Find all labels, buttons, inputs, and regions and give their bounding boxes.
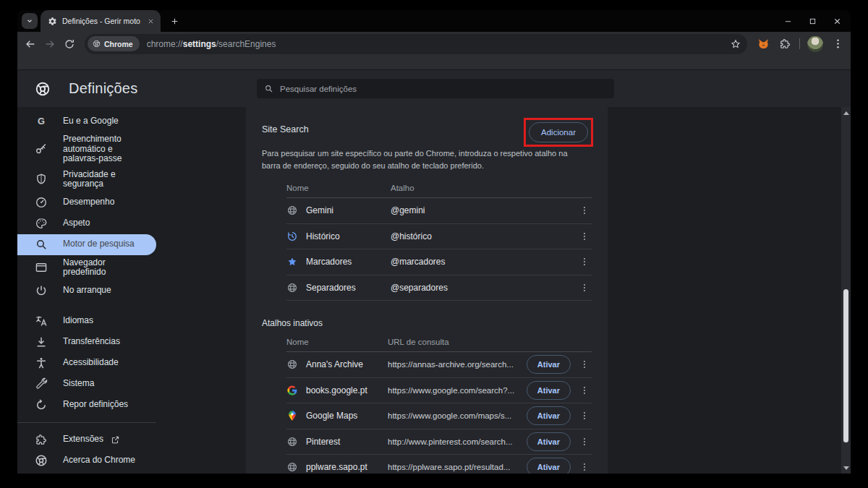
engine-shortcut: @gemini — [391, 205, 577, 215]
sidebar-item-navegador-predefinido[interactable]: Navegador predefinido — [17, 255, 156, 281]
kebab-icon — [579, 462, 590, 472]
engine-name: Anna's Archive — [306, 359, 363, 369]
settings-sidebar: GEu e a GooglePreenchimento automático e… — [17, 107, 246, 474]
bookmark-star-icon[interactable] — [730, 38, 741, 50]
speedometer-icon — [35, 196, 48, 209]
row-menu-button[interactable] — [577, 202, 592, 219]
site-search-table: NomeAtalhoGemini@geminiHistórico@históri… — [286, 180, 592, 301]
sidebar-item-repor-definicoes[interactable]: Repor definições — [17, 395, 156, 416]
plus-icon — [170, 17, 179, 26]
back-button[interactable] — [20, 34, 40, 53]
kebab-icon — [579, 231, 590, 241]
inactive-shortcuts-table: NomeURL de consultaAnna's Archivehttps:/… — [286, 334, 592, 474]
close-icon — [833, 17, 841, 25]
section-heading: Site Search — [262, 120, 309, 134]
extensions-button[interactable] — [778, 37, 792, 51]
minimize-button[interactable] — [780, 13, 796, 29]
sidebar-item-acessibilidade[interactable]: Acessibilidade — [17, 353, 156, 374]
browser-window: Definições - Gerir motores de p Chrome — [17, 10, 851, 474]
scroll-down-arrow[interactable] — [841, 463, 851, 472]
metamask-extension-button[interactable] — [756, 37, 770, 51]
sidebar-item-idiomas[interactable]: Idiomas — [17, 311, 156, 332]
reset-icon — [35, 398, 48, 411]
scrollbar-thumb[interactable] — [843, 289, 848, 442]
sidebar-item-label: Sistema — [63, 379, 94, 389]
activate-button[interactable]: Ativar — [527, 458, 571, 474]
back-icon — [25, 38, 36, 50]
accessibility-icon — [35, 356, 48, 369]
address-bar[interactable]: Chrome chrome://settings/searchEngines — [85, 34, 747, 54]
engine-shortcut: @histórico — [391, 231, 577, 241]
activate-button[interactable]: Ativar — [527, 406, 571, 425]
menu-kebab-icon — [832, 38, 844, 50]
row-menu-button[interactable] — [577, 253, 592, 270]
toolbar-separator — [799, 38, 800, 49]
forward-button[interactable] — [40, 34, 59, 53]
activate-button[interactable]: Ativar — [527, 381, 571, 400]
column-header-url: URL de consulta — [388, 338, 577, 346]
table-row: books.google.pthttps://www.google.com/se… — [286, 378, 592, 404]
page-scrollbar[interactable] — [841, 107, 851, 474]
sidebar-item-no-arranque[interactable]: No arranque — [17, 281, 156, 301]
chrome-icon — [35, 454, 48, 467]
tab-search-button[interactable] — [22, 13, 38, 29]
row-menu-button[interactable] — [577, 407, 592, 424]
search-icon — [264, 84, 273, 93]
maximize-button[interactable] — [804, 13, 820, 29]
sidebar-item-privacidade-e-seguranca[interactable]: Privacidade e segurança — [17, 167, 156, 192]
activate-button[interactable]: Ativar — [527, 355, 571, 374]
row-menu-button[interactable] — [577, 433, 592, 450]
sidebar-item-aspeto[interactable]: Aspeto — [17, 213, 156, 234]
scroll-up-arrow[interactable] — [841, 108, 851, 117]
sidebar-item-label: Desempenho — [63, 197, 114, 207]
sidebar-item-label: Acerca do Chrome — [63, 455, 135, 466]
reload-icon — [64, 38, 75, 50]
row-menu-button[interactable] — [577, 279, 592, 296]
engine-shortcut: @separadores — [391, 283, 577, 293]
table-row: Gemini@gemini — [286, 198, 592, 224]
activate-button[interactable]: Ativar — [527, 432, 571, 451]
sidebar-item-extensoes[interactable]: Extensões — [17, 429, 156, 450]
sidebar-item-label: Transferências — [63, 337, 120, 347]
active-tab[interactable]: Definições - Gerir motores de p — [41, 10, 161, 32]
kebab-icon — [579, 359, 590, 369]
profile-avatar[interactable] — [807, 36, 823, 52]
sidebar-item-eu-e-a-google[interactable]: GEu e a Google — [17, 111, 156, 132]
chrome-url-chip: Chrome — [88, 36, 140, 51]
reload-button[interactable] — [59, 34, 79, 53]
sidebar-item-acerca-do-chrome[interactable]: Acerca do Chrome — [17, 450, 156, 471]
sidebar-item-label: Motor de pesquisa — [63, 239, 135, 249]
browser-menu-button[interactable] — [830, 37, 845, 51]
new-tab-button[interactable] — [166, 13, 182, 29]
column-header-atalho: Atalho — [391, 184, 577, 192]
row-menu-button[interactable] — [577, 382, 592, 399]
sidebar-item-motor-de-pesquisa[interactable]: Motor de pesquisa — [17, 234, 156, 255]
sidebar-item-label: Privacidade e segurança — [63, 170, 150, 189]
settings-page: Definições Pesquisar definições GEu e a … — [17, 70, 851, 474]
inactive-shortcuts-heading: Atalhos inativos — [262, 318, 592, 328]
chip-label: Chrome — [104, 40, 133, 48]
table-row: Histórico@histórico — [286, 224, 592, 250]
engine-name-cell: Histórico — [286, 231, 391, 242]
engine-query-url: https://pplware.sapo.pt/resultad... — [388, 463, 527, 471]
sidebar-item-transferencias[interactable]: Transferências — [17, 332, 156, 353]
table-row: Separadores@separadores — [286, 275, 592, 301]
table-header-row: NomeURL de consulta — [286, 334, 592, 352]
engine-name: pplware.sapo.pt — [306, 462, 367, 472]
close-icon — [148, 18, 154, 25]
engine-query-url: https://www.google.com/maps/s... — [388, 411, 527, 420]
sidebar-item-preenchimento-automatico-e-palavras-passe[interactable]: Preenchimento automático e palavras-pass… — [17, 132, 156, 167]
kebab-icon — [579, 411, 590, 421]
row-menu-button[interactable] — [577, 356, 592, 373]
row-menu-button[interactable] — [577, 228, 592, 245]
add-button[interactable]: Adicionar — [529, 122, 588, 142]
sidebar-item-desempenho[interactable]: Desempenho — [17, 192, 156, 213]
sidebar-item-sistema[interactable]: Sistema — [17, 374, 156, 395]
sidebar-item-label: Navegador predefinido — [63, 258, 150, 278]
row-menu-button[interactable] — [577, 458, 592, 474]
palette-icon — [35, 217, 48, 230]
tab-close-button[interactable] — [145, 16, 156, 26]
engine-name-cell: Gemini — [286, 205, 391, 216]
settings-search-input[interactable]: Pesquisar definições — [257, 79, 614, 98]
close-window-button[interactable] — [829, 13, 845, 29]
